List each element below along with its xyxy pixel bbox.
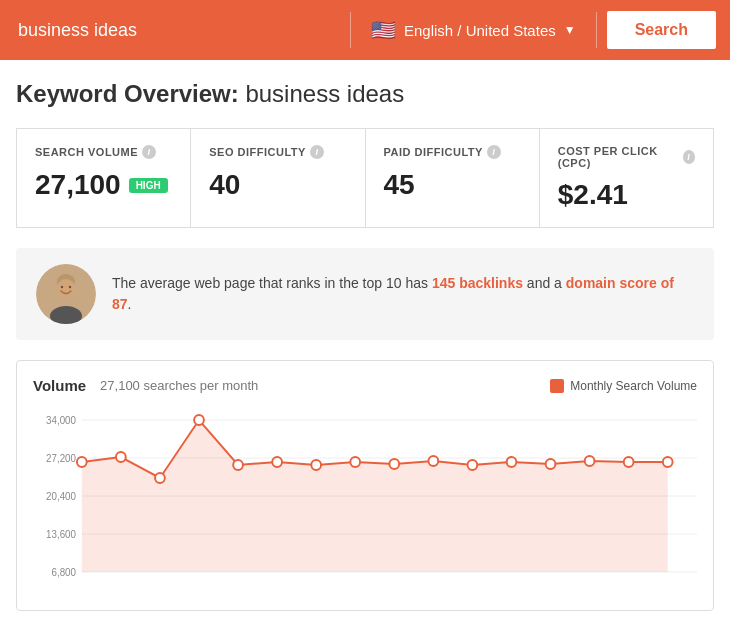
- metric-value-paid-difficulty: 45: [384, 169, 521, 201]
- metric-label-seo-difficulty: SEO DIFFICULTY i: [209, 145, 346, 159]
- page-title-prefix: Keyword Overview:: [16, 80, 239, 107]
- info-icon-search-volume[interactable]: i: [142, 145, 156, 159]
- metric-label-search-volume: SEARCH VOLUME i: [35, 145, 172, 159]
- svg-point-3: [57, 279, 75, 297]
- svg-marker-18: [82, 420, 668, 572]
- chart-section: Volume 27,100 searches per month Monthly…: [16, 360, 714, 611]
- main-content: Keyword Overview: business ideas SEARCH …: [0, 60, 730, 624]
- metric-label-paid-difficulty: PAID DIFFICULTY i: [384, 145, 521, 159]
- language-label: English / United States: [404, 22, 556, 39]
- high-badge: HIGH: [129, 178, 168, 193]
- svg-text:27,200: 27,200: [46, 453, 76, 464]
- svg-text:13,600: 13,600: [46, 529, 76, 540]
- metric-value-search-volume: 27,100 HIGH: [35, 169, 172, 201]
- metric-value-seo-difficulty: 40: [209, 169, 346, 201]
- chart-title: Volume: [33, 377, 86, 394]
- svg-point-23: [233, 460, 243, 470]
- header-divider: [350, 12, 351, 48]
- svg-point-33: [624, 457, 634, 467]
- chart-header: Volume 27,100 searches per month Monthly…: [33, 377, 697, 394]
- svg-text:34,000: 34,000: [46, 415, 76, 426]
- metric-label-cpc: COST PER CLICK (CPC) i: [558, 145, 695, 169]
- svg-text:20,400: 20,400: [46, 491, 76, 502]
- svg-point-22: [194, 415, 204, 425]
- chart-svg: 34,000 27,200 20,400 13,600 6,800: [33, 410, 697, 610]
- svg-point-27: [389, 459, 399, 469]
- svg-point-31: [546, 459, 556, 469]
- chart-subtitle: 27,100 searches per month: [100, 378, 550, 393]
- svg-point-21: [155, 473, 165, 483]
- svg-point-5: [69, 286, 71, 288]
- svg-point-4: [61, 286, 63, 288]
- svg-point-28: [428, 456, 438, 466]
- language-selector[interactable]: 🇺🇸 English / United States ▼: [361, 10, 586, 50]
- metric-value-cpc: $2.41: [558, 179, 695, 211]
- svg-point-34: [663, 457, 673, 467]
- info-icon-paid[interactable]: i: [487, 145, 501, 159]
- chart-legend: Monthly Search Volume: [550, 379, 697, 393]
- metric-seo-difficulty: SEO DIFFICULTY i 40: [191, 129, 365, 227]
- header-divider-2: [596, 12, 597, 48]
- metric-cpc: COST PER CLICK (CPC) i $2.41: [540, 129, 713, 227]
- svg-text:6,800: 6,800: [52, 567, 77, 578]
- search-button[interactable]: Search: [607, 11, 716, 49]
- svg-point-30: [507, 457, 517, 467]
- search-input[interactable]: [14, 12, 340, 49]
- info-text: The average web page that ranks in the t…: [112, 273, 694, 315]
- legend-color-box: [550, 379, 564, 393]
- info-icon-cpc[interactable]: i: [683, 150, 695, 164]
- chevron-down-icon: ▼: [564, 23, 576, 37]
- svg-point-19: [77, 457, 87, 467]
- metric-paid-difficulty: PAID DIFFICULTY i 45: [366, 129, 540, 227]
- svg-point-29: [468, 460, 478, 470]
- svg-point-25: [311, 460, 321, 470]
- svg-point-32: [585, 456, 595, 466]
- page-title-keyword: business ideas: [245, 80, 404, 107]
- metric-search-volume: SEARCH VOLUME i 27,100 HIGH: [17, 129, 191, 227]
- chart-container: 34,000 27,200 20,400 13,600 6,800: [33, 410, 697, 610]
- info-box: The average web page that ranks in the t…: [16, 248, 714, 340]
- header: 🇺🇸 English / United States ▼ Search: [0, 0, 730, 60]
- page-title: Keyword Overview: business ideas: [16, 80, 714, 108]
- avatar: [36, 264, 96, 324]
- chart-legend-label: Monthly Search Volume: [570, 379, 697, 393]
- metrics-row: SEARCH VOLUME i 27,100 HIGH SEO DIFFICUL…: [16, 128, 714, 228]
- svg-point-20: [116, 452, 126, 462]
- flag-icon: 🇺🇸: [371, 18, 396, 42]
- svg-point-24: [272, 457, 282, 467]
- info-icon-seo[interactable]: i: [310, 145, 324, 159]
- svg-point-26: [350, 457, 360, 467]
- svg-rect-7: [62, 296, 70, 303]
